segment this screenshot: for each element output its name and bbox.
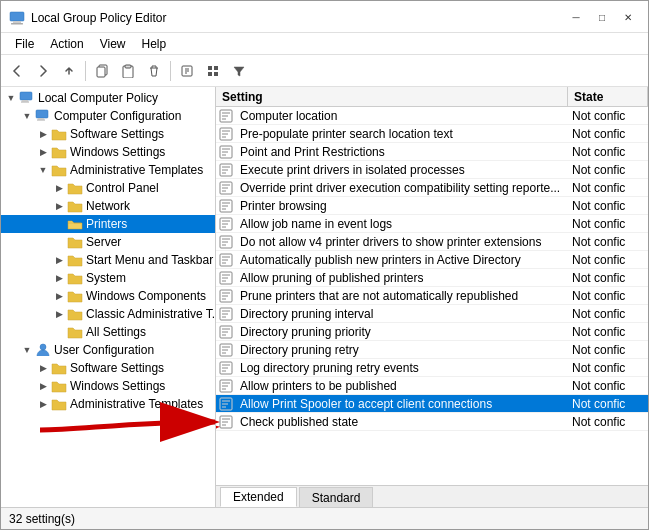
toggle-icon-6: ▶ bbox=[51, 201, 67, 211]
filter-button[interactable] bbox=[227, 59, 251, 83]
title-bar-left: Local Group Policy Editor bbox=[9, 10, 166, 26]
row-icon-3 bbox=[216, 163, 236, 177]
list-row[interactable]: Do not allow v4 printer drivers to show … bbox=[216, 233, 648, 251]
list-row[interactable]: Directory pruning priority Not confic bbox=[216, 323, 648, 341]
sidebar-label-7: Printers bbox=[86, 217, 127, 231]
svg-rect-4 bbox=[97, 67, 105, 77]
computer-icon-0 bbox=[19, 90, 35, 106]
svg-rect-17 bbox=[37, 120, 45, 121]
close-button[interactable]: ✕ bbox=[616, 8, 640, 28]
list-row[interactable]: Prune printers that are not automaticall… bbox=[216, 287, 648, 305]
list-row[interactable]: Directory pruning retry Not confic bbox=[216, 341, 648, 359]
sidebar-item-printers[interactable]: Printers bbox=[1, 215, 215, 233]
sidebar-item-server[interactable]: Server bbox=[1, 233, 215, 251]
toggle-icon-2: ▶ bbox=[35, 129, 51, 139]
minimize-button[interactable]: ─ bbox=[564, 8, 588, 28]
row-setting-14: Log directory pruning retry events bbox=[236, 361, 568, 375]
sidebar-item-start-menu[interactable]: ▶ Start Menu and Taskbar bbox=[1, 251, 215, 269]
sidebar-item-computer-configuration[interactable]: ▼ Computer Configuration bbox=[1, 107, 215, 125]
header-state: State bbox=[568, 87, 648, 106]
paste-button[interactable] bbox=[116, 59, 140, 83]
sidebar-item-admin-templates-user[interactable]: ▶ Administrative Templates bbox=[1, 395, 215, 413]
svg-rect-2 bbox=[11, 23, 23, 25]
toggle-icon-16: ▶ bbox=[35, 381, 51, 391]
folder-icon-2 bbox=[51, 126, 67, 142]
sidebar-item-windows-components[interactable]: ▶ Windows Components bbox=[1, 287, 215, 305]
sidebar-item-classic-admin[interactable]: ▶ Classic Administrative T... bbox=[1, 305, 215, 323]
list-row[interactable]: Pre-populate printer search location tex… bbox=[216, 125, 648, 143]
sidebar-item-system[interactable]: ▶ System bbox=[1, 269, 215, 287]
list-row[interactable]: Computer location Not confic bbox=[216, 107, 648, 125]
list-row[interactable]: Allow job name in event logs Not confic bbox=[216, 215, 648, 233]
row-setting-15: Allow printers to be published bbox=[236, 379, 568, 393]
view-button[interactable] bbox=[201, 59, 225, 83]
sidebar-item-all-settings[interactable]: All Settings bbox=[1, 323, 215, 341]
row-state-16: Not confic bbox=[568, 397, 648, 411]
sidebar-item-admin-templates[interactable]: ▼ Administrative Templates bbox=[1, 161, 215, 179]
list-row[interactable]: Check published state Not confic bbox=[216, 413, 648, 431]
row-state-1: Not confic bbox=[568, 127, 648, 141]
row-state-15: Not confic bbox=[568, 379, 648, 393]
sidebar-tree: ▼ Local Computer Policy ▼ Computer Confi… bbox=[1, 87, 216, 507]
row-setting-10: Prune printers that are not automaticall… bbox=[236, 289, 568, 303]
toggle-icon-0: ▼ bbox=[3, 93, 19, 103]
back-button[interactable] bbox=[5, 59, 29, 83]
menu-action[interactable]: Action bbox=[42, 35, 91, 53]
menu-file[interactable]: File bbox=[7, 35, 42, 53]
delete-button[interactable] bbox=[142, 59, 166, 83]
sidebar-item-network[interactable]: ▶ Network bbox=[1, 197, 215, 215]
row-icon-16 bbox=[216, 397, 236, 411]
sidebar-item-control-panel[interactable]: ▶ Control Panel bbox=[1, 179, 215, 197]
row-state-2: Not confic bbox=[568, 145, 648, 159]
tab-standard[interactable]: Standard bbox=[299, 487, 374, 507]
copy-button[interactable] bbox=[90, 59, 114, 83]
properties-button[interactable] bbox=[175, 59, 199, 83]
svg-rect-13 bbox=[22, 100, 28, 102]
list-row[interactable]: Point and Print Restrictions Not confic bbox=[216, 143, 648, 161]
row-state-11: Not confic bbox=[568, 307, 648, 321]
menu-view[interactable]: View bbox=[92, 35, 134, 53]
sidebar-label-15: Software Settings bbox=[70, 361, 164, 375]
list-row[interactable]: Directory pruning interval Not confic bbox=[216, 305, 648, 323]
list-row[interactable]: Override print driver execution compatib… bbox=[216, 179, 648, 197]
folder-open-icon-7 bbox=[67, 216, 83, 232]
row-setting-5: Printer browsing bbox=[236, 199, 568, 213]
list-row[interactable]: Printer browsing Not confic bbox=[216, 197, 648, 215]
row-setting-3: Execute print drivers in isolated proces… bbox=[236, 163, 568, 177]
toggle-icon-1: ▼ bbox=[19, 111, 35, 121]
list-row[interactable]: Allow printers to be published Not confi… bbox=[216, 377, 648, 395]
list-row[interactable]: Log directory pruning retry events Not c… bbox=[216, 359, 648, 377]
toggle-icon-15: ▶ bbox=[35, 363, 51, 373]
sidebar-label-11: Windows Components bbox=[86, 289, 206, 303]
row-setting-4: Override print driver execution compatib… bbox=[236, 181, 568, 195]
row-setting-7: Do not allow v4 printer drivers to show … bbox=[236, 235, 568, 249]
sidebar-item-user-configuration[interactable]: ▼ User Configuration bbox=[1, 341, 215, 359]
folder-icon-9 bbox=[67, 252, 83, 268]
tab-extended[interactable]: Extended bbox=[220, 487, 297, 507]
list-row[interactable]: Allow pruning of published printers Not … bbox=[216, 269, 648, 287]
header-setting: Setting bbox=[216, 87, 568, 106]
row-state-13: Not confic bbox=[568, 343, 648, 357]
sidebar-label-0: Local Computer Policy bbox=[38, 91, 158, 105]
row-state-3: Not confic bbox=[568, 163, 648, 177]
list-row[interactable]: Execute print drivers in isolated proces… bbox=[216, 161, 648, 179]
sidebar-item-software-settings[interactable]: ▶ Software Settings bbox=[1, 125, 215, 143]
up-button[interactable] bbox=[57, 59, 81, 83]
forward-button[interactable] bbox=[31, 59, 55, 83]
row-state-0: Not confic bbox=[568, 109, 648, 123]
list-row-selected[interactable]: Allow Print Spooler to accept client con… bbox=[216, 395, 648, 413]
toolbar bbox=[1, 55, 648, 87]
sidebar-item-local-computer-policy[interactable]: ▼ Local Computer Policy bbox=[1, 89, 215, 107]
sidebar-item-windows-settings-comp[interactable]: ▶ Windows Settings bbox=[1, 143, 215, 161]
sidebar-label-6: Network bbox=[86, 199, 130, 213]
toggle-icon-11: ▶ bbox=[51, 291, 67, 301]
sidebar-item-windows-settings-user[interactable]: ▶ Windows Settings bbox=[1, 377, 215, 395]
svg-rect-1 bbox=[13, 21, 21, 23]
content-wrapper: Setting State Computer location Not conf… bbox=[216, 87, 648, 507]
row-icon-14 bbox=[216, 361, 236, 375]
list-row[interactable]: Automatically publish new printers in Ac… bbox=[216, 251, 648, 269]
maximize-button[interactable]: □ bbox=[590, 8, 614, 28]
menu-help[interactable]: Help bbox=[134, 35, 175, 53]
row-state-10: Not confic bbox=[568, 289, 648, 303]
sidebar-item-software-settings-user[interactable]: ▶ Software Settings bbox=[1, 359, 215, 377]
